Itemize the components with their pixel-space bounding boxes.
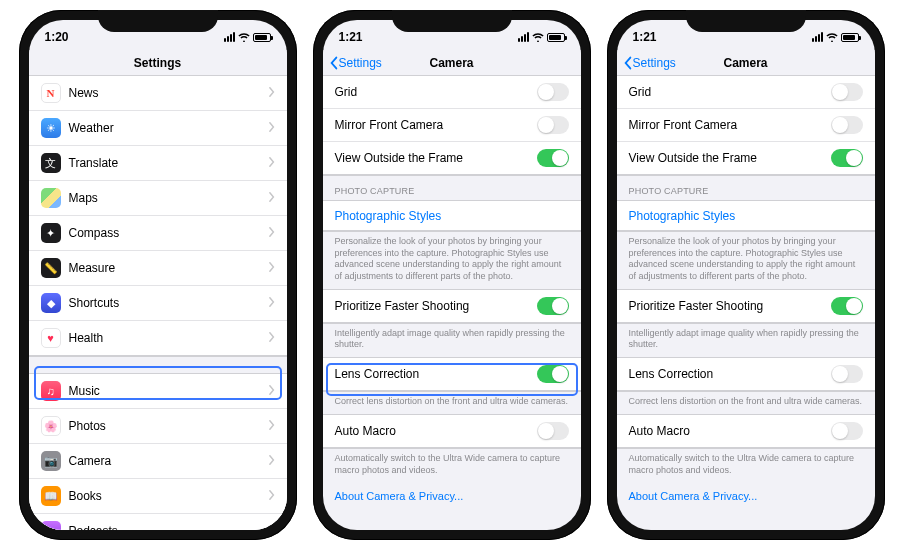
chevron-icon [269, 525, 275, 530]
row-photo-styles[interactable]: Photographic Styles [323, 201, 581, 231]
toggle-prioritize[interactable] [537, 297, 569, 315]
row-shortcuts[interactable]: ◆Shortcuts [29, 286, 287, 321]
about-camera-privacy-link[interactable]: About Camera & Privacy... [617, 482, 875, 510]
desc-photo-styles: Personalize the look of your photos by b… [323, 232, 581, 289]
chevron-icon [269, 420, 275, 432]
status-time: 1:21 [339, 30, 363, 44]
toggle-lens[interactable] [831, 365, 863, 383]
chevron-icon [269, 262, 275, 274]
health-icon: ♥ [41, 328, 61, 348]
signal-icon [224, 32, 235, 42]
maps-icon [41, 188, 61, 208]
row-lens[interactable]: Lens Correction [617, 358, 875, 391]
row-grid[interactable]: Grid [617, 76, 875, 109]
chevron-left-icon [623, 56, 633, 70]
row-compass[interactable]: ✦Compass [29, 216, 287, 251]
status-time: 1:20 [45, 30, 69, 44]
row-translate[interactable]: 文Translate [29, 146, 287, 181]
chevron-icon [269, 385, 275, 397]
row-news[interactable]: NNews [29, 76, 287, 111]
phone-camera-off: 1:21 Settings Camera Grid Mirror Front C… [607, 10, 885, 540]
chevron-icon [269, 157, 275, 169]
section-photo-capture: Photo Capture [323, 176, 581, 200]
toggle-grid[interactable] [537, 83, 569, 101]
podcasts-icon: ◉ [41, 521, 61, 530]
wifi-icon [826, 32, 838, 42]
desc-prioritize: Intelligently adapt image quality when r… [617, 324, 875, 357]
row-music[interactable]: ♫Music [29, 374, 287, 409]
desc-lens: Correct lens distortion on the front and… [617, 392, 875, 414]
desc-photo-styles: Personalize the look of your photos by b… [617, 232, 875, 289]
toggle-automacro[interactable] [537, 422, 569, 440]
row-camera[interactable]: 📷Camera [29, 444, 287, 479]
wifi-icon [532, 32, 544, 42]
nav-title: Camera [429, 56, 473, 70]
screen-camera-on: 1:21 Settings Camera Grid Mirror Front C… [323, 20, 581, 530]
row-automacro[interactable]: Auto Macro [323, 415, 581, 448]
row-photos[interactable]: 🌸Photos [29, 409, 287, 444]
nav-title: Camera [723, 56, 767, 70]
row-prioritize[interactable]: Prioritize Faster Shooting [617, 290, 875, 323]
status-time: 1:21 [633, 30, 657, 44]
photos-icon: 🌸 [41, 416, 61, 436]
row-podcasts[interactable]: ◉Podcasts [29, 514, 287, 530]
row-outside[interactable]: View Outside the Frame [323, 142, 581, 175]
section-photo-capture: Photo Capture [617, 176, 875, 200]
camera-content[interactable]: Grid Mirror Front Camera View Outside th… [617, 76, 875, 530]
row-mirror[interactable]: Mirror Front Camera [617, 109, 875, 142]
screen-camera-off: 1:21 Settings Camera Grid Mirror Front C… [617, 20, 875, 530]
toggle-mirror[interactable] [831, 116, 863, 134]
nav-title: Settings [134, 56, 181, 70]
shortcuts-icon: ◆ [41, 293, 61, 313]
row-books[interactable]: 📖Books [29, 479, 287, 514]
back-button[interactable]: Settings [329, 56, 382, 70]
battery-icon [547, 33, 565, 42]
about-camera-privacy-link[interactable]: About Camera & Privacy... [323, 482, 581, 510]
status-bar: 1:21 [617, 20, 875, 50]
desc-prioritize: Intelligently adapt image quality when r… [323, 324, 581, 357]
back-button[interactable]: Settings [623, 56, 676, 70]
row-photo-styles[interactable]: Photographic Styles [617, 201, 875, 231]
settings-content[interactable]: NNews ☀Weather 文Translate Maps ✦Compass … [29, 76, 287, 530]
row-weather[interactable]: ☀Weather [29, 111, 287, 146]
desc-lens: Correct lens distortion on the front and… [323, 392, 581, 414]
nav-bar: Settings Camera [323, 50, 581, 76]
chevron-icon [269, 192, 275, 204]
chevron-icon [269, 297, 275, 309]
books-icon: 📖 [41, 486, 61, 506]
news-icon: N [41, 83, 61, 103]
chevron-icon [269, 122, 275, 134]
row-lens[interactable]: Lens Correction [323, 358, 581, 391]
chevron-icon [269, 332, 275, 344]
toggle-lens[interactable] [537, 365, 569, 383]
music-icon: ♫ [41, 381, 61, 401]
signal-icon [518, 32, 529, 42]
row-grid[interactable]: Grid [323, 76, 581, 109]
row-health[interactable]: ♥Health [29, 321, 287, 356]
row-prioritize[interactable]: Prioritize Faster Shooting [323, 290, 581, 323]
nav-bar: Settings [29, 50, 287, 76]
nav-bar: Settings Camera [617, 50, 875, 76]
phone-camera-on: 1:21 Settings Camera Grid Mirror Front C… [313, 10, 591, 540]
toggle-prioritize[interactable] [831, 297, 863, 315]
toggle-outside[interactable] [831, 149, 863, 167]
chevron-icon [269, 227, 275, 239]
chevron-icon [269, 455, 275, 467]
camera-content[interactable]: Grid Mirror Front Camera View Outside th… [323, 76, 581, 530]
status-bar: 1:21 [323, 20, 581, 50]
battery-icon [253, 33, 271, 42]
translate-icon: 文 [41, 153, 61, 173]
wifi-icon [238, 32, 250, 42]
row-mirror[interactable]: Mirror Front Camera [323, 109, 581, 142]
toggle-automacro[interactable] [831, 422, 863, 440]
row-automacro[interactable]: Auto Macro [617, 415, 875, 448]
status-bar: 1:20 [29, 20, 287, 50]
battery-icon [841, 33, 859, 42]
row-maps[interactable]: Maps [29, 181, 287, 216]
toggle-outside[interactable] [537, 149, 569, 167]
row-outside[interactable]: View Outside the Frame [617, 142, 875, 175]
signal-icon [812, 32, 823, 42]
row-measure[interactable]: 📏Measure [29, 251, 287, 286]
toggle-mirror[interactable] [537, 116, 569, 134]
toggle-grid[interactable] [831, 83, 863, 101]
